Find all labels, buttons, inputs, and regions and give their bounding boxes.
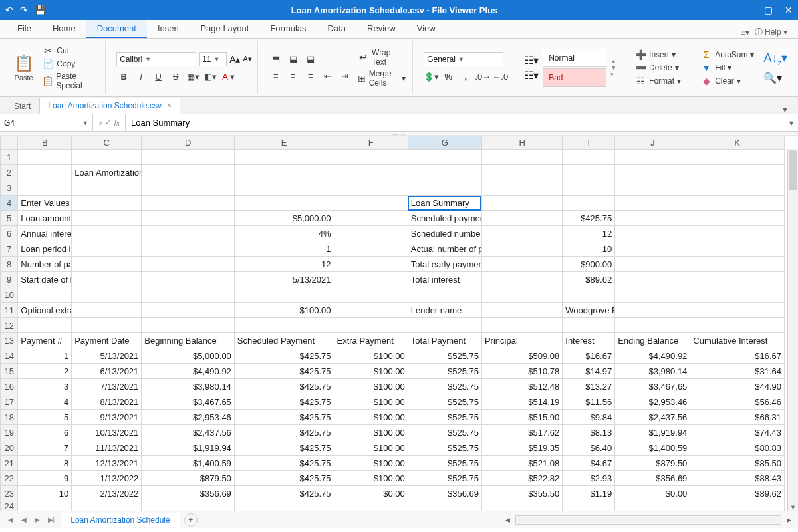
cell[interactable]: $425.75 xyxy=(234,379,334,394)
cell[interactable] xyxy=(72,226,142,241)
percent-icon[interactable]: % xyxy=(441,70,456,84)
cell[interactable]: Loan amount xyxy=(18,211,72,226)
cell[interactable]: 5/13/2021 xyxy=(234,272,334,287)
ribbon-tab-insert[interactable]: Insert xyxy=(147,20,190,38)
merge-cells-button[interactable]: ⊞Merge Cells ▾ xyxy=(356,68,407,88)
cell[interactable]: $900.00 xyxy=(563,257,615,272)
cell[interactable]: 6 xyxy=(18,425,72,440)
sheet-tab[interactable]: Loan Amortization Schedule xyxy=(61,513,180,527)
cell[interactable]: Scheduled number of payments xyxy=(408,226,481,241)
cell[interactable] xyxy=(615,211,690,226)
cell[interactable]: $0.00 xyxy=(615,486,690,501)
cell[interactable] xyxy=(481,303,562,318)
row-header[interactable]: 8 xyxy=(1,257,18,272)
cell[interactable]: $519.35 xyxy=(481,440,562,456)
comma-icon[interactable]: , xyxy=(458,70,473,84)
row-header[interactable]: 1 xyxy=(1,150,18,165)
row-header[interactable]: 21 xyxy=(1,456,18,471)
cell[interactable]: $1,919.94 xyxy=(142,440,235,456)
cell[interactable]: $100.00 xyxy=(334,394,408,410)
cell[interactable] xyxy=(334,165,408,180)
font-color-icon[interactable]: A▾ xyxy=(220,70,235,84)
cell[interactable]: $0.00 xyxy=(334,486,408,501)
cell[interactable] xyxy=(72,318,142,333)
italic-icon[interactable]: I xyxy=(134,70,148,84)
row-header[interactable]: 10 xyxy=(1,287,18,303)
cell[interactable]: $525.75 xyxy=(408,471,481,486)
cell[interactable]: $100.00 xyxy=(334,456,408,471)
cell[interactable] xyxy=(142,150,235,165)
cell[interactable]: 2 xyxy=(18,364,72,379)
align-bottom-icon[interactable]: ⬓ xyxy=(303,53,318,66)
align-right-icon[interactable]: ≡ xyxy=(303,70,318,83)
cell[interactable]: 10 xyxy=(563,241,615,257)
row-header[interactable]: 16 xyxy=(1,379,18,394)
cell[interactable]: Loan period in years xyxy=(18,241,72,257)
maximize-icon[interactable]: ▢ xyxy=(764,5,773,15)
cell[interactable]: 12 xyxy=(234,257,334,272)
cell[interactable]: $522.82 xyxy=(481,471,562,486)
cell[interactable] xyxy=(481,226,562,241)
cell[interactable] xyxy=(142,180,235,196)
cell[interactable]: $525.75 xyxy=(408,425,481,440)
column-header-I[interactable]: I xyxy=(563,136,615,150)
cell[interactable] xyxy=(18,180,72,196)
cell[interactable] xyxy=(72,257,142,272)
decrease-indent-icon[interactable]: ⇤ xyxy=(321,70,335,83)
cell[interactable]: Payment Date xyxy=(72,333,142,348)
next-sheet-icon[interactable]: ▶ xyxy=(33,516,42,523)
cell[interactable] xyxy=(72,241,142,257)
cell[interactable] xyxy=(615,501,690,511)
increase-indent-icon[interactable]: ⇥ xyxy=(338,70,352,83)
cell[interactable]: $56.46 xyxy=(690,394,785,410)
cell[interactable]: $1,400.59 xyxy=(615,440,690,456)
cell[interactable]: Annual interest rate xyxy=(18,226,72,241)
cell[interactable]: 8 xyxy=(18,456,72,471)
cell[interactable]: 11/13/2021 xyxy=(72,440,142,456)
cell[interactable] xyxy=(690,241,785,257)
row-header[interactable]: 23 xyxy=(1,486,18,501)
cell[interactable]: $425.75 xyxy=(234,440,334,456)
cell[interactable]: $2,953.46 xyxy=(615,394,690,410)
cell[interactable]: $100.00 xyxy=(334,440,408,456)
wrap-text-button[interactable]: ↩Wrap Text xyxy=(356,47,407,67)
align-top-icon[interactable]: ⬒ xyxy=(269,53,283,66)
font-size-select[interactable]: 11▼ xyxy=(199,52,227,66)
cell[interactable]: $100.00 xyxy=(234,303,334,318)
first-sheet-icon[interactable]: |◀ xyxy=(4,516,15,523)
cell[interactable] xyxy=(690,303,785,318)
cell[interactable]: $425.75 xyxy=(234,364,334,379)
cell[interactable]: $100.00 xyxy=(334,364,408,379)
cell[interactable]: $515.90 xyxy=(481,410,562,425)
cell[interactable] xyxy=(690,257,785,272)
cell[interactable]: $517.62 xyxy=(481,425,562,440)
cell[interactable]: $1,919.94 xyxy=(615,425,690,440)
increase-font-icon[interactable]: A▴ xyxy=(229,54,240,65)
cell[interactable]: $5,000.00 xyxy=(234,211,334,226)
cell[interactable] xyxy=(334,180,408,196)
cell[interactable] xyxy=(234,287,334,303)
strike-icon[interactable]: S xyxy=(168,70,183,84)
cell[interactable]: $66.31 xyxy=(690,410,785,425)
cell[interactable]: $74.43 xyxy=(690,425,785,440)
cell[interactable] xyxy=(334,501,408,511)
paste-button[interactable]: 📋 Paste xyxy=(11,54,37,82)
cell[interactable]: $89.62 xyxy=(563,272,615,287)
fx-icon[interactable]: fx xyxy=(114,119,120,127)
font-name-select[interactable]: Calibri▼ xyxy=(116,52,196,66)
cell[interactable]: Enter Values xyxy=(18,196,72,211)
cell[interactable]: Start date of loan xyxy=(18,272,72,287)
cell[interactable] xyxy=(563,318,615,333)
cell[interactable] xyxy=(334,318,408,333)
cell[interactable]: $425.75 xyxy=(234,425,334,440)
cell[interactable] xyxy=(142,241,235,257)
cell[interactable] xyxy=(615,180,690,196)
row-header[interactable]: 22 xyxy=(1,471,18,486)
column-header-J[interactable]: J xyxy=(615,136,690,150)
cell[interactable] xyxy=(615,272,690,287)
cell[interactable]: 9 xyxy=(18,471,72,486)
column-header-B[interactable]: B xyxy=(18,136,72,150)
cell[interactable]: $2,437.56 xyxy=(615,410,690,425)
row-header[interactable]: 13 xyxy=(1,333,18,348)
underline-icon[interactable]: U xyxy=(151,70,166,84)
